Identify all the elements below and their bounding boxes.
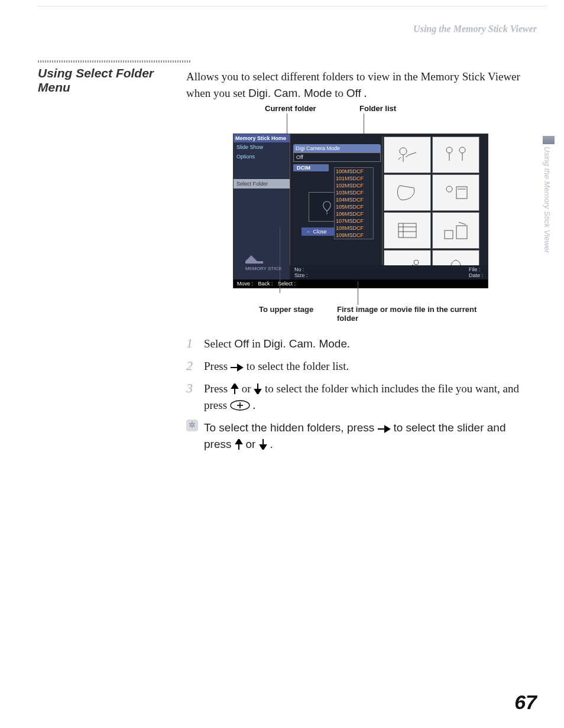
thumbnail-grid — [382, 136, 485, 271]
thumb — [432, 136, 479, 173]
svg-rect-12 — [456, 226, 467, 239]
ss-menu-home: Memory Stick Home — [234, 134, 290, 142]
svg-point-2 — [446, 147, 452, 153]
intro-text-2: to — [335, 87, 346, 99]
list-item: 102MSDCF — [335, 182, 373, 189]
callout-upper-stage: To upper stage — [259, 305, 313, 314]
ss-mode-value: Off — [293, 152, 381, 162]
callout-first-image: First image or movie file in the current… — [337, 305, 491, 323]
list-item: 105MSDCF — [335, 203, 373, 210]
ss-bottom-bar: Move : Back : Select : — [234, 280, 488, 288]
svg-rect-11 — [445, 230, 453, 239]
intro-text-3: . — [364, 87, 367, 99]
ss-menu-options: Options — [234, 152, 290, 161]
svg-rect-5 — [456, 187, 467, 199]
list-item: 107MSDCF — [335, 217, 373, 225]
list-item: 104MSDCF — [335, 196, 373, 203]
step-number: 3 — [186, 381, 204, 414]
ss-info-bar: No :Size : File :Date : — [290, 265, 488, 280]
tip-note: ✲ To select the hidden folders, press to… — [186, 420, 535, 453]
ss-mode-label: Digi Camera Mode — [293, 144, 381, 152]
ss-menu-slideshow: Slide Show — [234, 142, 290, 152]
ss-menu-select-folder: Select Folder — [234, 179, 290, 188]
memory-stick-icon: MEMORY STICK — [245, 253, 282, 271]
ss-dcim: DCIM — [293, 164, 329, 171]
section-title: Using Select Folder Menu — [38, 66, 174, 95]
step-number: 2 — [186, 358, 204, 375]
svg-point-1 — [400, 148, 407, 155]
leader-line — [280, 227, 280, 293]
arrow-down-icon — [254, 384, 262, 394]
svg-point-3 — [459, 147, 465, 153]
svg-line-13 — [459, 222, 466, 225]
list-item: 100MSDCF — [335, 168, 373, 175]
svg-point-4 — [446, 186, 452, 192]
steps-list: 1 Select Off in Digi. Cam. Mode. 2 Press… — [186, 336, 535, 453]
intro-mode: Digi. Cam. Mode — [248, 87, 332, 99]
arrow-right-icon — [231, 363, 244, 372]
arrow-right-icon — [378, 425, 391, 433]
svg-point-14 — [414, 260, 419, 265]
callout-folder-list: Folder list — [359, 104, 396, 113]
thumb — [384, 212, 431, 249]
callout-current-folder: Current folder — [265, 104, 316, 113]
arrow-down-icon — [259, 439, 267, 450]
arrow-up-icon — [231, 384, 239, 394]
thumb — [432, 212, 479, 249]
step-number: 1 — [186, 336, 204, 352]
arrow-up-icon — [235, 439, 243, 450]
intro-paragraph: Allows you to select different folders t… — [186, 69, 535, 102]
plus-button-icon — [230, 400, 250, 411]
step-3: 3 Press or to select the folder which in… — [186, 381, 535, 414]
section-title-decoration — [38, 60, 192, 63]
side-tab-label: Using the Memory Stick Viewer — [543, 147, 552, 253]
page-header-section: Using the Memory Stick Viewer — [413, 24, 537, 34]
screenshot-diagram: Memory Stick Home Slide Show Options Sel… — [233, 134, 488, 288]
thumb — [384, 136, 431, 173]
thumb — [432, 174, 479, 211]
intro-value: Off — [346, 87, 361, 99]
folder-list: 100MSDCF 101MSDCF 102MSDCF 103MSDCF 104M… — [334, 167, 374, 239]
list-item: 101MSDCF — [335, 175, 373, 182]
figure-area: Current folder Folder list Memory Stick … — [186, 104, 535, 293]
step-2: 2 Press to select the folder list. — [186, 358, 535, 375]
side-tab: Using the Memory Stick Viewer — [543, 136, 555, 253]
side-tab-marker — [543, 136, 555, 144]
list-item: 108MSDCF — [335, 225, 373, 232]
page-number: 67 — [514, 691, 537, 714]
thumb — [384, 174, 431, 211]
tip-icon: ✲ — [186, 420, 204, 453]
leader-line — [358, 281, 358, 305]
list-item: 106MSDCF — [335, 210, 373, 217]
list-item: 103MSDCF — [335, 189, 373, 196]
step-1: 1 Select Off in Digi. Cam. Mode. — [186, 336, 535, 352]
svg-rect-7 — [398, 223, 416, 238]
list-item: 109MSDCF — [335, 232, 373, 239]
